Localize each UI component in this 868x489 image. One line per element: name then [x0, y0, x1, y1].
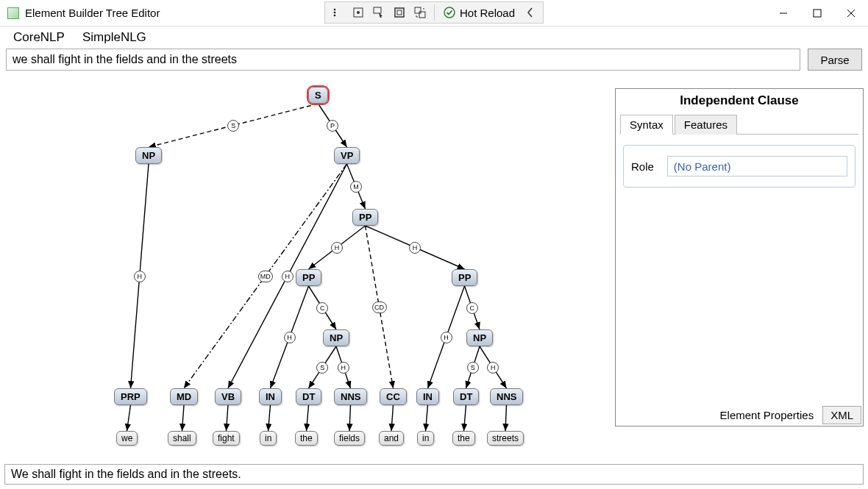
sentence-input[interactable] [6, 49, 800, 71]
square-icon[interactable] [390, 3, 409, 22]
tree-node[interactable]: NP [323, 329, 349, 346]
tree-node[interactable]: IN [259, 388, 282, 405]
tree-node[interactable]: PP [296, 269, 321, 286]
tree-node[interactable]: PRP [114, 388, 147, 405]
window-controls [766, 0, 868, 26]
edge-label: S [227, 120, 239, 132]
vertical-dots-icon[interactable] [328, 3, 347, 22]
tree-node[interactable]: DT [453, 388, 479, 405]
check-circle-icon [444, 7, 455, 18]
svg-rect-8 [415, 7, 421, 13]
menu-bar: CoreNLP SimpleNLG [0, 26, 868, 49]
svg-line-36 [307, 405, 309, 431]
tree-leaf[interactable]: shall [168, 431, 196, 446]
tab-features[interactable]: Features [675, 115, 737, 135]
hot-reload-button[interactable]: Hot Reload [439, 7, 519, 19]
debug-toolbar: Hot Reload [324, 1, 544, 24]
svg-point-0 [334, 9, 336, 11]
role-label: Role [631, 160, 654, 173]
edge-label: H [338, 362, 349, 374]
toolbar-separator [434, 4, 435, 21]
edge-label: H [487, 362, 499, 374]
group-icon[interactable] [410, 3, 430, 22]
edge-label: MD [258, 271, 273, 282]
svg-rect-7 [397, 10, 402, 15]
tree-node[interactable]: VB [215, 388, 241, 405]
tree-node[interactable]: IN [416, 388, 439, 405]
chevron-left-icon[interactable] [521, 3, 540, 22]
tree-node[interactable]: S [308, 87, 328, 104]
edge-label: P [327, 120, 338, 132]
hot-reload-label: Hot Reload [460, 7, 515, 19]
input-row: Parse [0, 49, 868, 75]
menu-simplenlg[interactable]: SimpleNLG [82, 30, 146, 45]
panel-title: Independent Clause [616, 89, 863, 114]
target-icon[interactable] [349, 3, 368, 22]
window-title: Element Builder Tree Editor [25, 7, 160, 19]
menu-corenlp[interactable]: CoreNLP [13, 30, 65, 45]
tree-node[interactable]: PP [452, 269, 477, 286]
svg-line-41 [505, 405, 507, 431]
tree-node[interactable]: NP [466, 329, 493, 346]
svg-line-35 [268, 405, 271, 431]
close-button[interactable] [834, 0, 868, 26]
panel-bottom-tabs: Element Properties XML [716, 406, 861, 424]
panel-tabs: Syntax Features [620, 114, 858, 135]
edge-label: M [350, 181, 362, 193]
status-text: We shall fight in the fields and in the … [11, 468, 241, 481]
maximize-button[interactable] [800, 0, 834, 26]
tree-leaf[interactable]: in [260, 431, 277, 446]
tab-syntax[interactable]: Syntax [620, 115, 673, 135]
status-bar: We shall fight in the fields and in the … [4, 464, 864, 485]
svg-line-39 [426, 405, 428, 431]
tree-node[interactable]: NNS [490, 388, 523, 405]
tree-node[interactable]: NP [135, 147, 162, 164]
svg-rect-5 [374, 7, 381, 13]
edge-label: H [331, 242, 343, 254]
minimize-button[interactable] [766, 0, 800, 26]
svg-line-40 [464, 405, 466, 431]
edge-label: H [441, 332, 452, 343]
svg-line-38 [391, 405, 394, 431]
edge-label: H [134, 271, 146, 282]
tree-node[interactable]: MD [170, 388, 198, 405]
tree-node[interactable]: PP [352, 209, 378, 226]
edge-label: H [284, 332, 296, 343]
tree-leaf[interactable]: the [452, 431, 475, 446]
tree-node[interactable]: DT [296, 388, 321, 405]
app-icon [7, 7, 19, 19]
panel-body: Role (No Parent) [623, 145, 855, 188]
tree-leaf[interactable]: we [116, 431, 138, 446]
role-value[interactable]: (No Parent) [667, 156, 847, 176]
edge-label: C [466, 302, 478, 314]
element-properties-tab[interactable]: Element Properties [716, 406, 819, 424]
tree-leaf[interactable]: fight [213, 431, 240, 446]
tree-leaf[interactable]: the [295, 431, 318, 446]
tree-leaf[interactable]: fields [334, 431, 365, 446]
title-bar: Element Builder Tree Editor Hot Reload [0, 0, 868, 26]
svg-line-32 [127, 405, 131, 431]
workspace: SNPVPPPPPPPNPNPPRPMDVBINDTNNSCCINDTNNSwe… [4, 81, 864, 461]
cursor-icon[interactable] [369, 3, 388, 22]
svg-rect-12 [814, 10, 821, 17]
tree-leaf[interactable]: in [417, 431, 434, 446]
svg-point-1 [334, 12, 336, 14]
edge-label: H [282, 271, 294, 282]
edge-label: S [467, 362, 479, 374]
svg-point-2 [334, 15, 336, 17]
svg-line-34 [227, 405, 229, 431]
tree-node[interactable]: NNS [334, 388, 367, 405]
tree-node[interactable]: CC [380, 388, 407, 405]
tree-node[interactable]: VP [334, 147, 360, 164]
xml-tab[interactable]: XML [822, 406, 861, 424]
properties-panel: Independent Clause Syntax Features Role … [615, 88, 864, 426]
tree-leaf[interactable]: and [379, 431, 404, 446]
svg-point-10 [444, 7, 455, 18]
tree-canvas[interactable]: SNPVPPPPPPPNPNPPRPMDVBINDTNNSCCINDTNNSwe… [4, 81, 611, 461]
edge-label: CD [372, 301, 387, 313]
edge-label: H [409, 242, 421, 254]
svg-rect-9 [419, 12, 425, 18]
svg-point-4 [357, 11, 360, 14]
tree-leaf[interactable]: streets [487, 431, 524, 446]
parse-button[interactable]: Parse [808, 49, 862, 71]
